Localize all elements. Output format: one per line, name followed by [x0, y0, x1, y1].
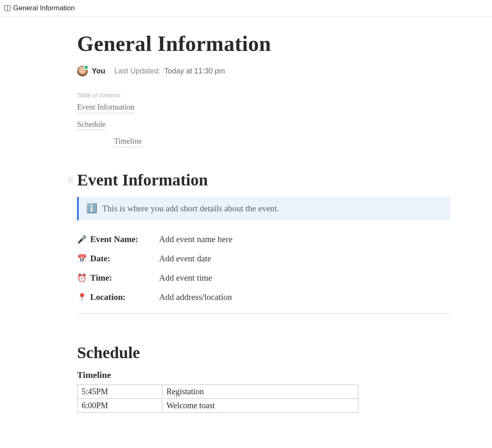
microphone-icon: 🎤	[77, 235, 86, 244]
book-icon	[4, 5, 11, 11]
toc-link-timeline[interactable]: Timeline	[114, 136, 142, 147]
toc-label: Table of contents	[77, 92, 450, 98]
field-label: Date:	[90, 254, 110, 264]
drag-handle-icon[interactable]	[69, 178, 73, 183]
table-of-contents: Event Information Schedule Timeline	[77, 102, 450, 147]
divider	[77, 313, 450, 313]
page-meta: You Last Updated: Today at 11:30 pm	[77, 66, 450, 76]
subheading-timeline[interactable]: Timeline	[77, 370, 450, 380]
field-event-name[interactable]: 🎤 Event Name: Add event name here	[77, 234, 450, 245]
field-time[interactable]: ⏰ Time: Add event time	[77, 273, 450, 283]
heading-text: Schedule	[77, 343, 140, 362]
field-value[interactable]: Add event time	[159, 273, 212, 283]
clock-icon: ⏰	[77, 273, 86, 283]
heading-event-information[interactable]: Event Information	[77, 170, 450, 190]
author-label[interactable]: You	[92, 67, 105, 75]
avatar[interactable]	[77, 66, 88, 76]
toc-link-event-information[interactable]: Event Information	[77, 102, 134, 113]
cell-activity[interactable]: Registation	[162, 384, 358, 398]
field-label: Event Name:	[90, 234, 138, 245]
cell-activity[interactable]: Welcome toast	[162, 398, 358, 412]
field-label: Time:	[90, 273, 112, 283]
field-value[interactable]: Add event date	[159, 254, 211, 264]
info-icon: ℹ️	[86, 204, 97, 213]
field-value[interactable]: Add event name here	[159, 234, 232, 245]
last-updated-value: Today at 11:30 pm	[164, 67, 225, 75]
pin-icon: 📍	[77, 293, 86, 302]
heading-schedule[interactable]: Schedule	[77, 343, 450, 362]
field-label: Location:	[90, 292, 125, 302]
timeline-table[interactable]: 5:45PM Registation 6:00PM Welcome toast	[77, 384, 358, 413]
field-location[interactable]: 📍 Location: Add address/location	[77, 292, 450, 302]
calendar-icon: 📅	[77, 254, 86, 263]
callout-text: This is where you add short details abou…	[102, 203, 279, 214]
last-updated-label: Last Updated:	[114, 67, 160, 75]
info-callout[interactable]: ℹ️ This is where you add short details a…	[77, 197, 450, 220]
table-row[interactable]: 5:45PM Registation	[77, 384, 358, 398]
breadcrumb-bar: General Information	[0, 0, 492, 17]
field-date[interactable]: 📅 Date: Add event date	[77, 254, 450, 264]
table-row[interactable]: 6:00PM Welcome toast	[77, 398, 358, 412]
toc-link-schedule[interactable]: Schedule	[77, 119, 106, 130]
page-title[interactable]: General Information	[77, 32, 450, 56]
heading-text: Event Information	[77, 171, 208, 189]
field-value[interactable]: Add address/location	[159, 292, 232, 302]
cell-time[interactable]: 5:45PM	[77, 384, 162, 398]
breadcrumb-title[interactable]: General Information	[13, 4, 75, 12]
cell-time[interactable]: 6:00PM	[77, 398, 162, 412]
